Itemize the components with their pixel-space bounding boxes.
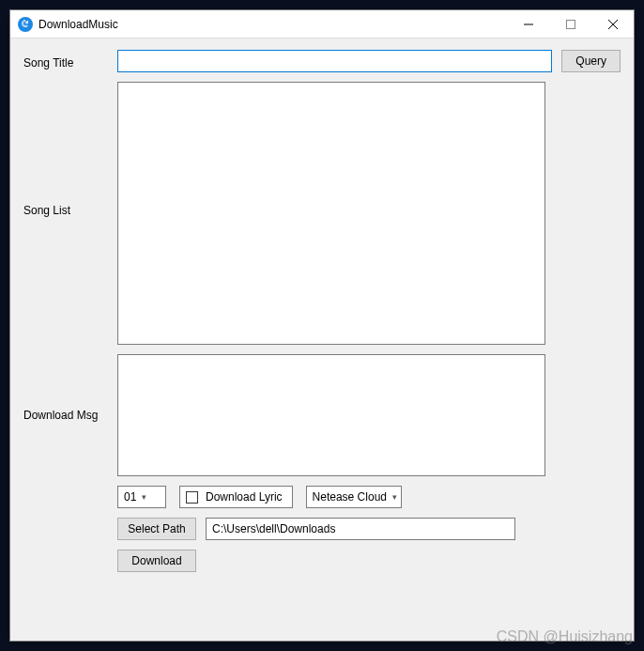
svg-rect-2	[566, 20, 575, 28]
song-title-row: Song Title Query	[23, 50, 621, 72]
download-msg-label: Download Msg	[23, 354, 110, 422]
titlebar: DownloadMusic	[10, 10, 634, 39]
download-button[interactable]: Download	[117, 550, 196, 572]
source-combo-value: Netease Cloud	[313, 490, 387, 504]
window-title: DownloadMusic	[38, 18, 507, 31]
download-lyric-checkbox[interactable]: Download Lyric	[179, 486, 293, 508]
download-row: Download	[23, 550, 621, 572]
minimize-button[interactable]	[507, 10, 549, 38]
client-area: Song Title Query Song List Download Msg	[10, 39, 634, 641]
maximize-button[interactable]	[549, 10, 591, 38]
chevron-down-icon: ▾	[392, 492, 397, 502]
query-button[interactable]: Query	[561, 50, 621, 72]
options-row: 01 ▾ Download Lyric Netease Cloud ▾	[23, 486, 621, 508]
path-row: Select Path	[23, 518, 621, 540]
song-list-box[interactable]	[117, 82, 545, 345]
song-title-label: Song Title	[23, 53, 110, 70]
download-msg-row: Download Msg	[23, 354, 621, 476]
chevron-down-icon: ▾	[142, 492, 146, 502]
checkbox-box-icon	[186, 491, 198, 504]
svg-point-0	[18, 17, 33, 32]
select-path-button[interactable]: Select Path	[117, 518, 196, 540]
song-title-input[interactable]	[117, 50, 552, 72]
download-lyric-label: Download Lyric	[206, 490, 283, 504]
song-list-label: Song List	[23, 82, 110, 217]
path-input[interactable]	[206, 518, 515, 540]
window-controls	[507, 10, 634, 38]
count-combo-value: 01	[124, 490, 136, 504]
app-icon	[18, 17, 33, 32]
song-list-row: Song List	[23, 82, 621, 345]
download-msg-box[interactable]	[117, 354, 545, 476]
source-combo[interactable]: Netease Cloud ▾	[306, 486, 402, 508]
count-combo[interactable]: 01 ▾	[117, 486, 166, 508]
app-window: DownloadMusic Song Title Query Song List	[9, 9, 635, 642]
close-button[interactable]	[591, 10, 634, 38]
